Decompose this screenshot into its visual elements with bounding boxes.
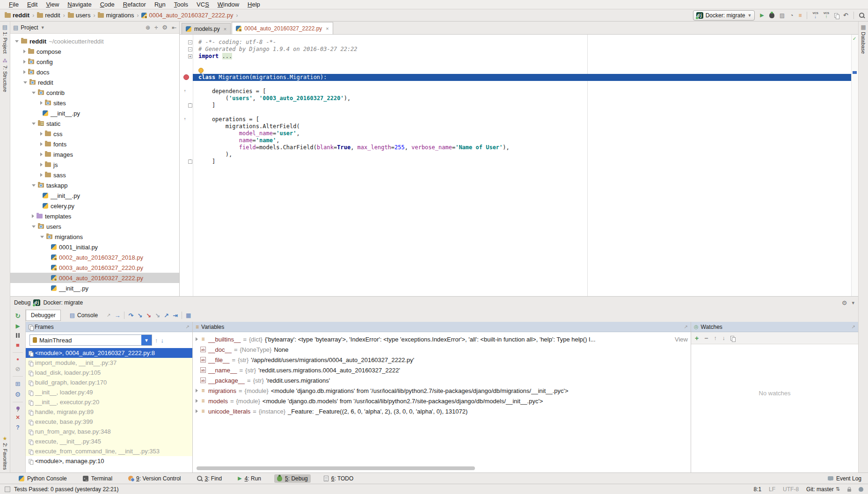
float-panel-icon[interactable]: ↗	[186, 324, 190, 329]
thread-combobox[interactable]: MainThread ▼	[29, 334, 152, 346]
tool-button-5-debug[interactable]: 5: Debug	[274, 474, 311, 483]
tool-button-python-console[interactable]: Python Console	[16, 474, 70, 483]
stripe-tab-2-favorites[interactable]: ★2: Favorites	[0, 433, 10, 472]
tree-item-0002-auto-20160327-2018-py[interactable]: 0002_auto_20160327_2018.py	[10, 252, 179, 262]
tool-button-4-run[interactable]: ▶4: Run	[235, 474, 264, 483]
code-line[interactable]: name='name',	[193, 137, 852, 144]
expand-chevron-icon[interactable]	[196, 409, 198, 413]
hide-icon[interactable]: ⇤	[172, 25, 176, 30]
close-tab-icon[interactable]: ×	[224, 26, 226, 32]
variable-row[interactable]: ab__package__ = {str} 'reddit.users.migr…	[193, 375, 691, 385]
frame-row[interactable]: __init__, executor.py:20	[26, 397, 192, 407]
menu-tools[interactable]: Tools	[170, 1, 192, 8]
status-message[interactable]: Tests Passed: 0 passed (yesterday 22:21)	[14, 486, 118, 493]
frame-row[interactable]: <module>, 0004_auto_20160327_2222.py:8	[26, 348, 192, 358]
frame-row[interactable]: handle, migrate.py:89	[26, 407, 192, 417]
frame-row[interactable]: run_from_argv, base.py:348	[26, 427, 192, 436]
code-line[interactable]: operations = [	[193, 116, 852, 123]
tree-item-reddit[interactable]: reddit ~/cookiecutter/reddit	[10, 36, 179, 46]
stripe-tab-7-structure[interactable]: ⁂7: Structure	[0, 56, 10, 95]
tree-item-sass[interactable]: sass	[10, 170, 179, 180]
settings-icon[interactable]: ⚙	[842, 300, 847, 306]
code-line[interactable]	[193, 60, 852, 67]
variable-row[interactable]: ≡models = {module} <module 'django.db.mo…	[193, 396, 691, 406]
tool-button-3-find[interactable]: 3: Find	[194, 474, 225, 483]
code-line[interactable]: migrations.AlterField(	[193, 123, 852, 130]
tree-item-migrations[interactable]: migrations	[10, 232, 179, 242]
tree-down-chevron-icon[interactable]	[23, 81, 27, 84]
tool-button-9-version-control[interactable]: 9: Version Control	[125, 474, 183, 483]
stripe-tab-database[interactable]: ▦Database	[859, 22, 868, 57]
tree-item-css[interactable]: css	[10, 129, 179, 139]
tree-item-contrib[interactable]: contrib	[10, 87, 179, 98]
tree-item-sites[interactable]: sites	[10, 98, 179, 108]
code-line[interactable]: # Generated by Django 1.9.4 on 2016-03-2…	[193, 46, 852, 53]
menu-view[interactable]: View	[42, 1, 63, 8]
tree-down-chevron-icon[interactable]	[32, 92, 36, 94]
fold-marker-icon[interactable]: ˆ	[188, 160, 192, 164]
variable-row[interactable]: ≡unicode_literals = {instance} _Feature:…	[193, 406, 691, 416]
concurrency-icon[interactable]: ≡	[798, 13, 802, 18]
status-widget-lf[interactable]: LF	[769, 486, 775, 493]
editor-error-stripe[interactable]: ✓	[851, 35, 858, 296]
code-line[interactable]: class Migration(migrations.Migration):	[193, 74, 852, 81]
tree-item-0001-initial-py[interactable]: 0001_initial.py	[10, 242, 179, 252]
status-widget-git-master[interactable]: Git: master	[806, 486, 834, 493]
breadcrumb-item[interactable]: migrations	[98, 12, 134, 19]
run-to-cursor-icon[interactable]: ⇥	[173, 312, 178, 319]
stop-icon[interactable]: ■	[16, 342, 20, 348]
breadcrumb-item[interactable]: users	[68, 12, 91, 19]
frame-row[interactable]: execute_from_command_line, __init__.py:3…	[26, 446, 192, 456]
code-line[interactable]: ),	[193, 151, 852, 158]
intention-bulb-icon[interactable]	[198, 68, 204, 73]
fold-marker-icon[interactable]: +	[188, 54, 192, 58]
variables-hscrollbar[interactable]	[197, 466, 475, 470]
debug-tab-debugger[interactable]: Debugger	[26, 310, 61, 321]
frame-row[interactable]: execute, __init__.py:345	[26, 436, 192, 446]
tree-item-js[interactable]: js	[10, 160, 179, 170]
view-value-link[interactable]: View	[673, 336, 688, 343]
next-frame-icon[interactable]: ↓	[161, 337, 164, 344]
search-icon[interactable]	[859, 13, 864, 18]
show-execution-point-icon[interactable]: →	[114, 312, 120, 319]
float-panel-icon[interactable]: ↗	[852, 324, 855, 329]
tree-right-chevron-icon[interactable]	[40, 173, 43, 177]
tree-item--init-py[interactable]: __init__.py	[10, 108, 179, 118]
tree-right-chevron-icon[interactable]	[40, 142, 43, 146]
step-out-icon[interactable]: ↗	[164, 312, 169, 319]
fold-marker-icon[interactable]: ˆ	[188, 103, 192, 108]
close-tab-icon[interactable]: ×	[326, 26, 328, 31]
profiler-icon[interactable]: ◔	[790, 13, 793, 18]
remove-icon[interactable]: −	[704, 335, 708, 341]
run-icon[interactable]: ▶	[760, 13, 764, 18]
tree-down-chevron-icon[interactable]	[32, 123, 36, 125]
down-icon[interactable]: ↓	[722, 335, 725, 341]
variable-row[interactable]: ab__name__ = {str} 'reddit.users.migrati…	[193, 365, 691, 375]
vcs-commit-icon[interactable]: VCS↑	[824, 12, 829, 19]
frame-row[interactable]: __init__, loader.py:49	[26, 387, 192, 397]
breakpoint-icon[interactable]	[183, 74, 189, 80]
debug-tab-console[interactable]: ▤Console	[65, 310, 103, 321]
code-line[interactable]: field=models.CharField(blank=True, max_l…	[193, 144, 852, 151]
variable-row[interactable]: ≡__builtins__ = {dict} {'bytearray': <ty…	[193, 334, 691, 344]
copy-icon[interactable]	[730, 336, 734, 341]
tree-item-compose[interactable]: compose	[10, 46, 179, 57]
step-into-my-code-icon[interactable]: ↘	[146, 312, 151, 319]
editor-tab-models-py[interactable]: models.py×	[182, 23, 231, 34]
code-line[interactable]	[193, 67, 852, 74]
tree-item-fonts[interactable]: fonts	[10, 139, 179, 149]
tree-item-templates[interactable]: templates	[10, 211, 179, 221]
tree-item-users[interactable]: users	[10, 221, 179, 232]
code-line[interactable]: ]	[193, 102, 852, 109]
breadcrumb-file[interactable]: 0004_auto_20160327_2222.py	[141, 12, 233, 19]
locate-icon[interactable]: ⊕	[146, 25, 150, 30]
expand-chevron-icon[interactable]	[196, 399, 198, 403]
branch-icon[interactable]: ⇅	[836, 487, 840, 492]
tree-right-chevron-icon[interactable]	[40, 153, 43, 156]
bug-dark-icon[interactable]	[769, 13, 774, 18]
tool-button-terminal[interactable]: ›_Terminal	[80, 474, 115, 483]
rollback-icon[interactable]: ↶	[843, 12, 848, 18]
view-breakpoints-icon[interactable]: ●	[16, 357, 19, 362]
previous-frame-icon[interactable]: ↑	[155, 337, 158, 344]
tree-down-chevron-icon[interactable]	[32, 184, 36, 187]
